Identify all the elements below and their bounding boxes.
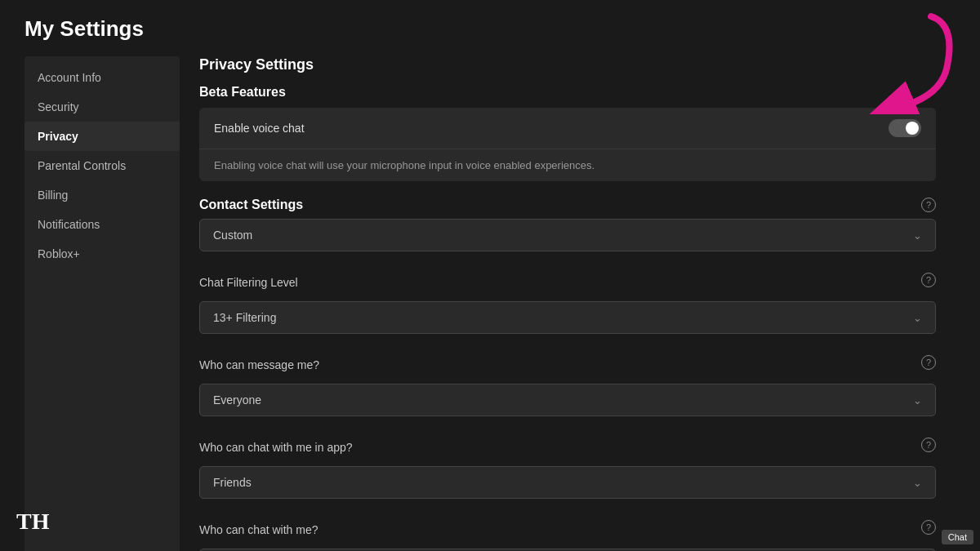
voice-chat-description: Enabling voice chat will use your microp… (199, 149, 936, 181)
contact-settings-title: Contact Settings (199, 198, 303, 212)
sidebar: Account Info Security Privacy Parental C… (24, 56, 180, 551)
contact-settings-value: Custom (213, 229, 252, 242)
page-title: My Settings (24, 16, 956, 42)
voice-chat-row: Enable voice chat (199, 108, 936, 149)
content-area: Privacy Settings Beta Features Enable vo… (180, 56, 956, 551)
watermark: TH (16, 509, 49, 535)
sidebar-item-billing[interactable]: Billing (24, 180, 180, 210)
who-can-message-title: Who can message me? (199, 358, 319, 371)
chat-label: Chat (942, 530, 973, 544)
chat-filtering-dropdown[interactable]: 13+ Filtering ⌄ (199, 301, 936, 334)
contact-settings-section: Contact Settings ? Custom ⌄ (199, 198, 936, 251)
sidebar-item-parental-controls[interactable]: Parental Controls (24, 151, 180, 180)
who-can-chat-app-dropdown[interactable]: Friends ⌄ (199, 466, 936, 499)
contact-settings-chevron: ⌄ (913, 229, 922, 242)
who-can-chat-app-help-icon[interactable]: ? (921, 438, 936, 452)
chat-filtering-help-icon[interactable]: ? (921, 273, 936, 287)
contact-settings-help-icon[interactable]: ? (921, 198, 936, 212)
who-can-chat-app-title: Who can chat with me in app? (199, 441, 353, 454)
beta-features-title: Beta Features (199, 85, 936, 100)
who-can-message-help-icon[interactable]: ? (921, 355, 936, 370)
sidebar-item-notifications[interactable]: Notifications (24, 210, 180, 239)
who-can-message-value: Everyone (213, 393, 261, 407)
chat-filtering-value: 13+ Filtering (213, 311, 276, 324)
chat-filtering-title: Chat Filtering Level (199, 276, 298, 289)
voice-chat-label: Enable voice chat (214, 122, 305, 135)
who-can-chat-app-value: Friends (213, 476, 252, 489)
chat-filtering-section: Chat Filtering Level ? 13+ Filtering ⌄ (199, 264, 936, 334)
voice-chat-toggle[interactable] (889, 119, 921, 137)
who-can-message-section: Who can message me? ? Everyone ⌄ (199, 347, 936, 416)
chat-filtering-chevron: ⌄ (913, 312, 922, 324)
who-can-chat-app-section: Who can chat with me in app? ? Friends ⌄ (199, 429, 936, 499)
contact-settings-dropdown[interactable]: Custom ⌄ (199, 219, 936, 251)
sidebar-item-privacy[interactable]: Privacy (24, 122, 180, 151)
who-can-message-dropdown[interactable]: Everyone ⌄ (199, 384, 936, 416)
privacy-settings-title: Privacy Settings (199, 56, 936, 73)
sidebar-item-roblox-plus[interactable]: Roblox+ (24, 239, 180, 269)
who-can-chat-section: Who can chat with me? ? Everyone ⌄ (199, 512, 936, 551)
who-can-message-chevron: ⌄ (913, 394, 922, 407)
who-can-chat-title: Who can chat with me? (199, 523, 318, 536)
beta-features-card: Enable voice chat Enabling voice chat wi… (199, 108, 936, 181)
sidebar-item-security[interactable]: Security (24, 92, 180, 122)
who-can-chat-help-icon[interactable]: ? (921, 520, 936, 535)
who-can-chat-app-chevron: ⌄ (913, 477, 922, 489)
sidebar-item-account-info[interactable]: Account Info (24, 63, 180, 92)
